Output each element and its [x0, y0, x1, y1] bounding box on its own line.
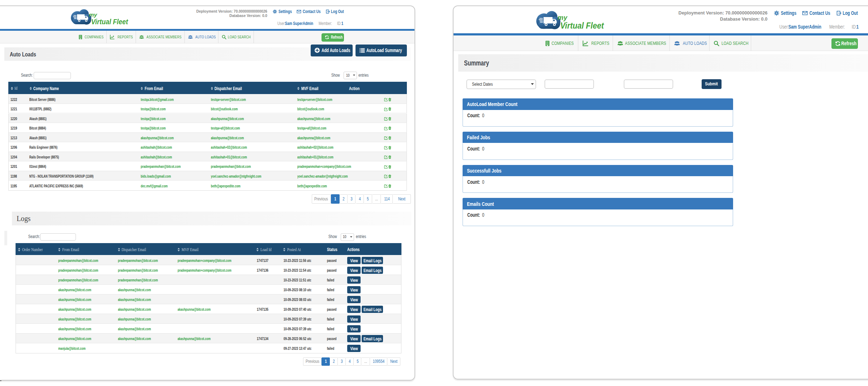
svg-text:Virtual Fleet: Virtual Fleet [560, 21, 604, 30]
svg-text:Virtual Fleet: Virtual Fleet [91, 18, 128, 26]
